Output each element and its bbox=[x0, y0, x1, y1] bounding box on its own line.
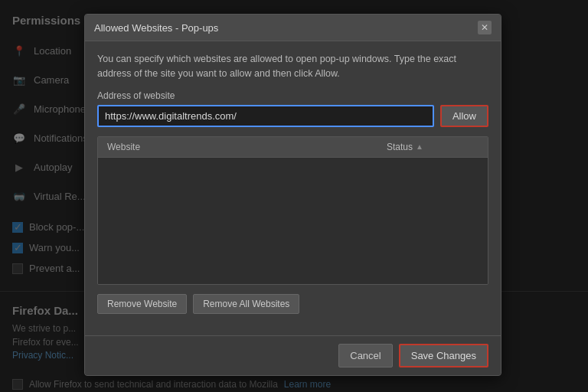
table-col-website: Website bbox=[107, 142, 387, 152]
table-body bbox=[98, 158, 488, 284]
table-buttons: Remove Website Remove All Websites bbox=[97, 294, 488, 314]
sort-arrow-icon: ▲ bbox=[416, 142, 423, 151]
dialog-footer: Cancel Save Changes bbox=[85, 335, 501, 375]
allowed-websites-dialog: Allowed Websites - Pop-ups ✕ You can spe… bbox=[84, 14, 501, 376]
dialog-title: Allowed Websites - Pop-ups bbox=[94, 22, 218, 34]
save-changes-button[interactable]: Save Changes bbox=[399, 344, 488, 368]
address-input[interactable] bbox=[97, 105, 434, 127]
cancel-button[interactable]: Cancel bbox=[338, 344, 392, 368]
address-label: Address of website bbox=[97, 90, 488, 101]
remove-website-button[interactable]: Remove Website bbox=[97, 294, 187, 314]
remove-all-websites-button[interactable]: Remove All Websites bbox=[193, 294, 299, 314]
address-row: Allow bbox=[97, 105, 488, 127]
allow-button[interactable]: Allow bbox=[440, 105, 488, 127]
dialog-close-button[interactable]: ✕ bbox=[478, 21, 492, 34]
dialog-description: You can specify which websites are allow… bbox=[97, 52, 488, 81]
table-header: Website Status ▲ bbox=[98, 137, 488, 158]
dialog-body: You can specify which websites are allow… bbox=[85, 41, 501, 335]
table-col-status: Status ▲ bbox=[387, 142, 479, 152]
website-table: Website Status ▲ bbox=[97, 136, 488, 285]
dialog-titlebar: Allowed Websites - Pop-ups ✕ bbox=[85, 15, 501, 41]
